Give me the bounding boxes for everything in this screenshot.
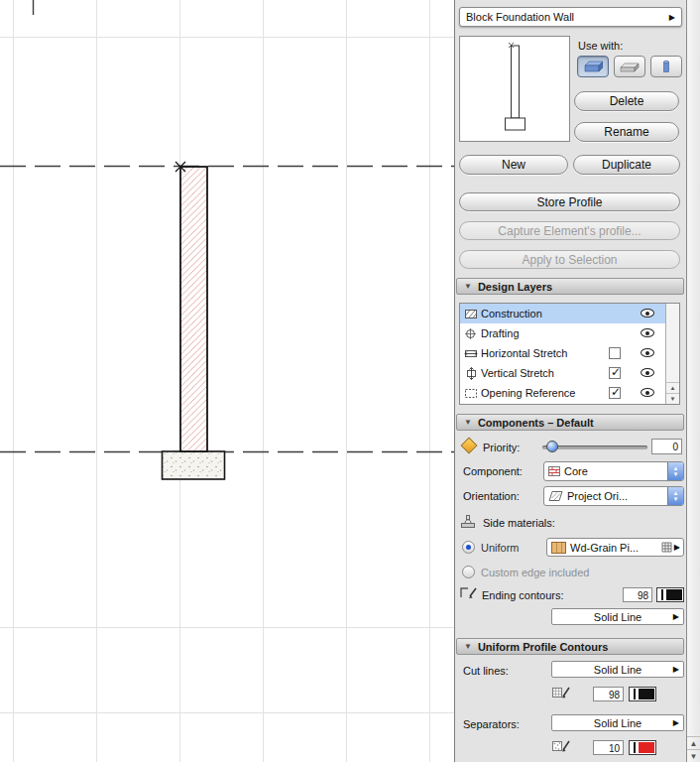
new-button[interactable]: New	[459, 155, 568, 175]
construction-layer-icon	[464, 308, 479, 320]
cut-pen-field[interactable]: 98	[593, 687, 624, 701]
uniform-label: Uniform	[481, 542, 520, 554]
ending-contours-icon	[458, 584, 478, 600]
ending-pen-field[interactable]: 98	[623, 587, 652, 602]
capture-profile-button: Capture Element's profile...	[459, 221, 680, 240]
popup-arrow-icon: ▶	[669, 13, 675, 22]
dropdown-arrow-icon: ▶	[673, 665, 679, 674]
custom-edge-radio[interactable]	[462, 566, 475, 578]
drafting-layer-icon	[464, 327, 479, 340]
separators-label: Separators:	[463, 718, 520, 730]
dropdown-arrow-icon: ▶	[673, 612, 679, 621]
rename-button[interactable]: Rename	[574, 122, 679, 142]
components-title: Components – Default	[478, 417, 594, 429]
uniform-profile-contours-title: Uniform Profile Contours	[478, 641, 608, 653]
use-with-wall-button[interactable]	[577, 56, 609, 77]
material-swatch	[551, 542, 566, 554]
uniform-radio[interactable]	[462, 541, 475, 554]
side-materials-icon	[459, 513, 479, 529]
separator-pen-color-button[interactable]	[629, 740, 656, 755]
ending-line-type-dropdown[interactable]: Solid Line ▶	[551, 608, 684, 625]
side-materials-label: Side materials:	[483, 517, 555, 529]
use-with-beam-button[interactable]	[614, 56, 645, 77]
profile-preview	[459, 36, 570, 142]
design-layers-list: Construction Drafting Horizontal Stretch	[459, 303, 680, 405]
layer-checkbox[interactable]	[609, 347, 621, 359]
separator-pen-icon	[551, 738, 571, 753]
profile-manager-panel: Block Foundation Wall ▶ Use with:	[455, 0, 686, 762]
layer-name: Vertical Stretch	[481, 367, 554, 379]
vertical-stretch-icon	[464, 367, 479, 380]
profile-selector[interactable]: Block Foundation Wall ▶	[459, 7, 682, 27]
separator-pen-field[interactable]: 10	[593, 740, 624, 755]
eye-icon[interactable]	[641, 348, 654, 357]
cut-pen-color-button[interactable]	[629, 687, 656, 701]
cut-lines-label: Cut lines:	[463, 665, 509, 677]
layer-name: Horizontal Stretch	[481, 347, 567, 359]
layer-name: Opening Reference	[481, 387, 575, 399]
material-grid-icon	[661, 542, 672, 553]
components-header[interactable]: ▼ Components – Default	[456, 414, 684, 431]
disclosure-triangle-icon: ▼	[464, 642, 472, 651]
orientation-icon	[548, 490, 563, 502]
layer-name: Drafting	[481, 327, 520, 339]
priority-slider[interactable]	[542, 445, 647, 449]
priority-pen-icon	[461, 438, 478, 454]
scroll-up-icon[interactable]: ▲	[666, 382, 679, 393]
duplicate-button[interactable]: Duplicate	[573, 155, 680, 175]
layer-name: Construction	[481, 308, 542, 319]
orientation-stepper[interactable]: ▲▼	[667, 487, 683, 505]
design-layers-header[interactable]: ▼ Design Layers	[456, 278, 684, 295]
layer-row-opening-reference[interactable]: Opening Reference	[460, 383, 679, 403]
component-label: Component:	[463, 465, 523, 477]
layer-row-construction[interactable]: Construction	[460, 304, 679, 323]
cut-lines-line-type-dropdown[interactable]: Solid Line ▶	[551, 661, 684, 678]
custom-edge-label: Custom edge included	[481, 567, 589, 578]
dropdown-arrow-icon: ▶	[674, 543, 680, 552]
store-profile-button[interactable]: Store Profile	[459, 192, 680, 211]
layer-checkbox[interactable]	[609, 387, 621, 399]
layer-checkbox[interactable]	[609, 367, 621, 379]
wall-footing	[163, 451, 225, 479]
layer-row-vertical-stretch[interactable]: Vertical Stretch	[460, 363, 679, 383]
profile-manager-window: Block Foundation Wall ▶ Use with:	[0, 0, 700, 762]
eye-icon[interactable]	[641, 309, 654, 318]
separators-line-type-dropdown[interactable]: Solid Line ▶	[551, 714, 684, 731]
use-with-column-button[interactable]	[650, 56, 682, 77]
ending-pen-color-button[interactable]	[656, 587, 684, 602]
layer-row-drafting[interactable]: Drafting	[460, 323, 679, 343]
reference-lines	[0, 0, 455, 452]
scroll-down-icon[interactable]: ▼	[666, 393, 679, 404]
priority-slider-knob[interactable]	[546, 441, 558, 452]
component-dropdown[interactable]: Core ▲▼	[543, 461, 684, 481]
opening-reference-icon	[464, 387, 479, 400]
disclosure-triangle-icon: ▼	[464, 282, 472, 291]
beam-icon	[620, 60, 640, 73]
uniform-material-dropdown[interactable]: Wd-Grain Pi... ▶	[546, 538, 684, 557]
component-stepper[interactable]: ▲▼	[667, 462, 683, 480]
profile-preview-drawing	[460, 37, 569, 141]
eye-icon[interactable]	[641, 328, 654, 337]
priority-value-field[interactable]: 0	[651, 439, 682, 454]
ending-contours-label: Ending contours:	[482, 589, 564, 601]
uniform-profile-contours-header[interactable]: ▼ Uniform Profile Contours	[456, 638, 684, 655]
priority-label: Priority:	[483, 442, 520, 453]
wall-profile	[180, 167, 207, 451]
drawing-canvas[interactable]	[0, 0, 455, 762]
delete-button[interactable]: Delete	[574, 91, 679, 111]
scroll-up-icon[interactable]: ▲	[687, 736, 700, 749]
profile-drawing	[0, 0, 455, 762]
orientation-value: Project Ori...	[567, 490, 628, 502]
panel-scrollbar[interactable]: ▲ ▼	[686, 0, 700, 762]
layer-row-horizontal-stretch[interactable]: Horizontal Stretch	[460, 343, 679, 363]
profile-selector-value: Block Foundation Wall	[466, 11, 574, 23]
eye-icon[interactable]	[641, 368, 654, 377]
scroll-down-icon[interactable]: ▼	[687, 749, 700, 762]
orientation-dropdown[interactable]: Project Ori... ▲▼	[543, 486, 684, 506]
apply-to-selection-button: Apply to Selection	[459, 250, 680, 269]
column-icon	[656, 60, 676, 73]
core-material-icon	[548, 465, 560, 477]
eye-icon[interactable]	[641, 388, 654, 397]
layers-list-scrollbar[interactable]: ▲ ▼	[665, 304, 679, 404]
ending-line-type: Solid Line	[594, 611, 642, 623]
